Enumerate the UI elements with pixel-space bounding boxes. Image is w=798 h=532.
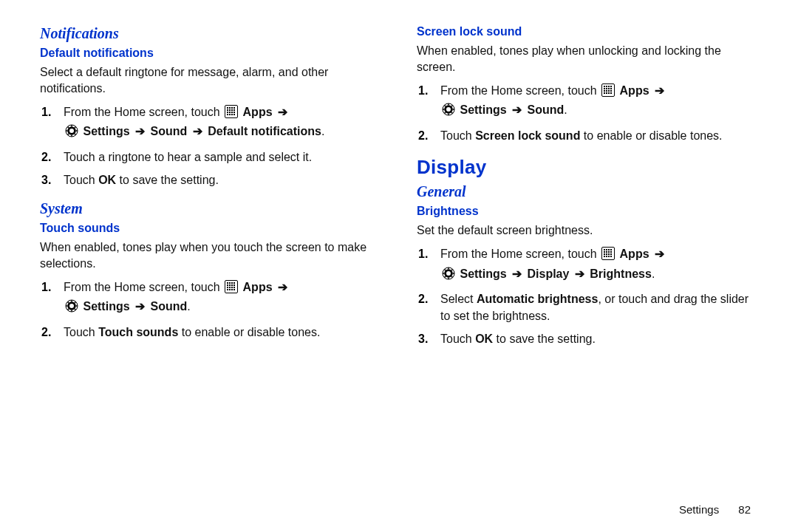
svg-rect-31 <box>227 284 228 286</box>
brightness-steps: From the Home screen, touch Apps ➔ Setti… <box>417 244 758 352</box>
heading-screen-lock-sound: Screen lock sound <box>417 25 758 38</box>
step: Touch OK to save the setting. <box>59 170 381 193</box>
svg-rect-54 <box>606 86 607 87</box>
settings-gear-icon <box>442 103 455 120</box>
svg-rect-67 <box>608 92 610 94</box>
svg-rect-62 <box>606 90 607 92</box>
svg-rect-4 <box>233 107 235 109</box>
svg-rect-2 <box>229 107 231 109</box>
svg-line-74 <box>445 106 446 106</box>
default-notifications-steps: From the Home screen, touch Apps <box>40 102 381 193</box>
svg-rect-41 <box>231 289 233 290</box>
apps-grid-icon <box>225 280 238 298</box>
step-text: Touch <box>64 174 98 186</box>
apps-grid-icon <box>601 247 615 265</box>
svg-line-75 <box>451 112 452 113</box>
step-text: Touch <box>440 332 475 345</box>
heading-touch-sounds: Touch sounds <box>40 222 381 235</box>
settings-label: Settings <box>460 267 506 280</box>
svg-rect-79 <box>604 249 605 250</box>
heading-notifications: Notifications <box>40 25 381 42</box>
svg-rect-6 <box>229 109 231 111</box>
svg-rect-7 <box>231 109 233 111</box>
svg-rect-30 <box>233 282 235 284</box>
svg-rect-1 <box>227 107 228 109</box>
settings-gear-icon <box>65 124 78 142</box>
step-text: Touch a ringtone to hear a sample and se… <box>64 151 312 163</box>
step: From the Home screen, touch Apps ➔ Setti… <box>436 244 758 288</box>
svg-rect-16 <box>233 114 235 115</box>
step: Touch OK to save the setting. <box>436 329 758 352</box>
period: . <box>321 125 324 137</box>
step: Touch Screen lock sound to enable or dis… <box>436 126 758 149</box>
svg-line-77 <box>451 106 452 106</box>
svg-rect-81 <box>608 249 610 250</box>
svg-rect-80 <box>606 249 607 250</box>
svg-rect-94 <box>610 256 612 257</box>
arrow-icon: ➔ <box>193 125 202 137</box>
svg-rect-61 <box>604 90 605 92</box>
ok-label: OK <box>98 174 116 186</box>
heading-display: Display <box>417 156 758 179</box>
svg-line-50 <box>68 309 69 310</box>
display-label: Display <box>527 267 569 280</box>
svg-rect-85 <box>608 251 610 253</box>
svg-rect-88 <box>606 253 607 255</box>
svg-rect-66 <box>606 92 607 94</box>
two-column-layout: Notifications Default notifications Sele… <box>40 21 758 359</box>
manual-page: Notifications Default notifications Sele… <box>0 0 798 532</box>
svg-rect-89 <box>608 253 610 255</box>
svg-rect-29 <box>231 282 233 284</box>
step-text: From the Home screen, touch <box>64 281 223 293</box>
screen-lock-steps: From the Home screen, touch Apps ➔ Setti… <box>417 81 758 149</box>
svg-rect-93 <box>608 256 610 257</box>
svg-rect-10 <box>229 112 231 113</box>
heading-default-notifications: Default notifications <box>40 47 381 60</box>
right-column: Screen lock sound When enabled, tones pl… <box>417 21 758 359</box>
svg-rect-64 <box>610 90 612 92</box>
svg-rect-55 <box>608 86 610 87</box>
step-text: to enable or disable tones. <box>178 326 320 338</box>
arrow-icon: ➔ <box>655 248 664 260</box>
svg-rect-60 <box>610 88 612 89</box>
touch-sounds-label: Touch sounds <box>98 326 178 338</box>
brightness-label: Brightness <box>590 267 652 280</box>
svg-rect-65 <box>604 92 605 94</box>
arrow-icon: ➔ <box>135 300 145 313</box>
svg-line-101 <box>451 276 452 277</box>
sound-label: Sound <box>150 125 187 137</box>
arrow-icon: ➔ <box>135 125 145 137</box>
svg-line-49 <box>75 309 75 310</box>
left-column: Notifications Default notifications Sele… <box>40 21 381 359</box>
svg-rect-58 <box>606 88 607 89</box>
step-text: Touch <box>64 326 98 338</box>
svg-rect-90 <box>610 253 612 255</box>
svg-line-103 <box>451 269 452 270</box>
svg-rect-84 <box>606 251 607 253</box>
svg-rect-34 <box>233 284 235 286</box>
ok-label: OK <box>475 332 493 345</box>
sound-label: Sound <box>527 103 564 116</box>
default-notifications-intro: Select a default ringtone for message, a… <box>40 64 381 96</box>
svg-rect-8 <box>233 109 235 111</box>
apps-label: Apps <box>243 106 273 118</box>
svg-rect-53 <box>604 86 605 87</box>
svg-rect-68 <box>610 92 612 94</box>
svg-line-23 <box>75 134 75 134</box>
heading-system: System <box>40 200 381 217</box>
svg-rect-86 <box>610 251 612 253</box>
svg-line-102 <box>445 276 446 277</box>
svg-rect-32 <box>229 284 231 286</box>
arrow-icon: ➔ <box>512 103 522 116</box>
touch-sounds-steps: From the Home screen, touch Apps ➔ Setti… <box>40 277 381 345</box>
arrow-icon: ➔ <box>278 281 287 293</box>
svg-rect-63 <box>608 90 610 92</box>
step: Select Automatic brightness, or touch an… <box>436 289 758 329</box>
step-text: From the Home screen, touch <box>64 106 223 118</box>
screen-lock-sound-label: Screen lock sound <box>475 129 580 142</box>
step: Touch Touch sounds to enable or disable … <box>59 322 381 345</box>
arrow-icon: ➔ <box>278 106 287 118</box>
step-text: to save the setting. <box>116 174 219 186</box>
period: . <box>187 300 190 313</box>
svg-rect-35 <box>227 287 228 288</box>
